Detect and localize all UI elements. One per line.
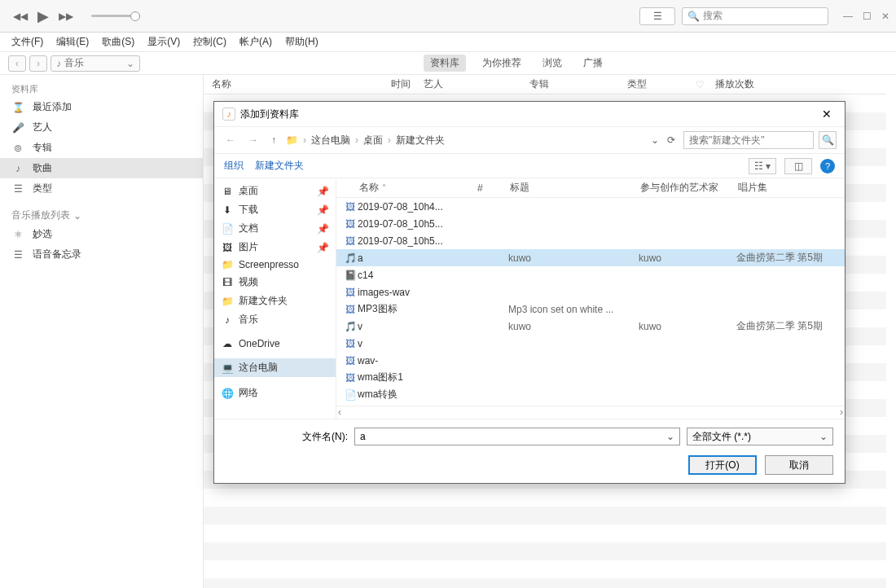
tree-item[interactable]: 🖥桌面📌 bbox=[214, 182, 336, 200]
tree-item[interactable]: 📁新建文件夹 bbox=[214, 292, 336, 310]
tree-item[interactable]: 💻这台电脑 bbox=[214, 358, 336, 377]
file-col-album[interactable]: 唱片集 bbox=[738, 181, 845, 195]
sidebar-item[interactable]: ☰类型 bbox=[0, 178, 203, 199]
tree-item[interactable]: 🖼图片📌 bbox=[214, 238, 336, 257]
tree-item[interactable]: 🎞视频 bbox=[214, 273, 336, 292]
scroll-right-icon[interactable]: › bbox=[840, 406, 843, 419]
sidebar-item[interactable]: ⊚专辑 bbox=[0, 138, 203, 158]
center-tab[interactable]: 资料库 bbox=[424, 55, 466, 72]
file-col-artist[interactable]: 参与创作的艺术家 bbox=[640, 181, 738, 195]
file-col-name[interactable]: 名称 bbox=[359, 181, 477, 195]
breadcrumb-item[interactable]: 这台电脑 bbox=[311, 134, 350, 147]
file-name: v bbox=[358, 321, 476, 332]
media-type-selector[interactable]: ♪ 音乐 ⌄ bbox=[51, 55, 140, 72]
dialog-search-go[interactable]: 🔍 bbox=[819, 131, 837, 149]
col-album[interactable]: 专辑 bbox=[529, 77, 627, 91]
file-filter-select[interactable]: 全部文件 (*.*) bbox=[687, 428, 833, 445]
file-row[interactable]: 📓c14 bbox=[336, 266, 845, 283]
tree-item[interactable]: 📄文档📌 bbox=[214, 219, 336, 238]
menu-item[interactable]: 帐户(A) bbox=[235, 33, 277, 50]
col-name[interactable]: 名称 bbox=[212, 77, 391, 91]
sidebar-item[interactable]: ⌛最近添加 bbox=[0, 97, 203, 117]
prev-button[interactable]: ◀◀ bbox=[13, 11, 28, 22]
pin-icon: 📌 bbox=[317, 242, 329, 253]
file-row[interactable]: 🖼v bbox=[336, 335, 845, 352]
dialog-close-button[interactable]: ✕ bbox=[817, 106, 837, 122]
file-col-title[interactable]: 标题 bbox=[510, 181, 640, 195]
open-button[interactable]: 打开(O) bbox=[688, 455, 757, 475]
atom-icon: ⚛ bbox=[11, 229, 24, 240]
dialog-back-button[interactable]: ← bbox=[222, 133, 239, 147]
menu-item[interactable]: 歌曲(S) bbox=[97, 33, 139, 50]
menu-item[interactable]: 显示(V) bbox=[143, 33, 185, 50]
filename-value: a bbox=[360, 431, 366, 442]
play-button[interactable]: ▶ bbox=[37, 7, 49, 25]
filename-input[interactable]: a bbox=[354, 428, 680, 445]
file-row[interactable]: 🖼2019-07-08_10h5... bbox=[336, 232, 845, 249]
file-row[interactable]: 🖼images-wav bbox=[336, 283, 845, 301]
close-window-button[interactable]: ✕ bbox=[881, 11, 889, 22]
file-row[interactable]: 🎵vkuwokuwo金曲捞第二季 第5期 bbox=[336, 318, 845, 335]
sidebar-item[interactable]: ♪歌曲 bbox=[0, 158, 203, 178]
breadcrumb-dropdown[interactable]: ⌄ bbox=[651, 134, 659, 146]
note-icon: ♪ bbox=[221, 314, 234, 326]
col-time[interactable]: 时间 bbox=[391, 77, 424, 91]
tree-item[interactable]: ♪音乐 bbox=[214, 310, 336, 329]
file-col-num[interactable]: # bbox=[477, 182, 510, 194]
preview-pane-button[interactable]: ◫ bbox=[784, 158, 812, 174]
minimize-button[interactable]: — bbox=[843, 11, 853, 22]
folder-icon: 📁 bbox=[286, 134, 298, 146]
heart-icon[interactable]: ♡ bbox=[696, 79, 715, 90]
new-folder-button[interactable]: 新建文件夹 bbox=[255, 159, 304, 173]
organize-button[interactable]: 组织 bbox=[224, 159, 244, 173]
col-artist[interactable]: 艺人 bbox=[424, 77, 529, 91]
sidebar-item[interactable]: 🎤艺人 bbox=[0, 117, 203, 138]
col-type[interactable]: 类型 bbox=[627, 77, 696, 91]
col-plays[interactable]: 播放次数 bbox=[715, 77, 754, 91]
file-list-panel: 名称 # 标题 参与创作的艺术家 唱片集 🖼2019-07-08_10h4...… bbox=[336, 178, 845, 419]
sidebar-section-playlists[interactable]: 音乐播放列表 ⌄ bbox=[0, 207, 203, 224]
file-row[interactable]: 📄wma转换 bbox=[336, 386, 845, 403]
center-tab[interactable]: 为你推荐 bbox=[477, 55, 526, 72]
list-view-toggle[interactable]: ☰ bbox=[639, 7, 675, 25]
view-mode-button[interactable]: ☷ ▾ bbox=[749, 158, 776, 174]
help-button[interactable]: ? bbox=[820, 159, 835, 173]
menu-item[interactable]: 控制(C) bbox=[188, 33, 231, 50]
folder-icon: 📁 bbox=[221, 259, 234, 270]
tree-item[interactable]: ⬇下载📌 bbox=[214, 200, 336, 219]
dialog-search-input[interactable] bbox=[683, 131, 814, 149]
next-button[interactable]: ▶▶ bbox=[59, 11, 73, 22]
breadcrumb-item[interactable]: 新建文件夹 bbox=[396, 134, 445, 147]
file-row[interactable]: 🖼MP3图标Mp3 icon set on white ... bbox=[336, 301, 845, 318]
file-row[interactable]: 🖼2019-07-08_10h5... bbox=[336, 215, 845, 232]
net-icon: 🌐 bbox=[221, 388, 234, 399]
tree-item[interactable]: 🌐网络 bbox=[214, 384, 336, 402]
sidebar-item[interactable]: ⚛妙选 bbox=[0, 224, 203, 244]
dialog-forward-button[interactable]: → bbox=[245, 133, 261, 147]
maximize-button[interactable]: ☐ bbox=[863, 11, 872, 22]
back-button[interactable]: ‹ bbox=[8, 55, 26, 72]
volume-slider[interactable] bbox=[91, 15, 140, 17]
scroll-left-icon[interactable]: ‹ bbox=[338, 406, 341, 419]
file-row[interactable]: 🖼wma图标1 bbox=[336, 369, 845, 386]
menu-item[interactable]: 编辑(E) bbox=[51, 33, 94, 50]
dialog-up-button[interactable]: ↑ bbox=[268, 133, 279, 147]
file-row[interactable]: 🖼wav- bbox=[336, 352, 845, 369]
menu-item[interactable]: 文件(F) bbox=[7, 33, 48, 50]
file-row[interactable]: 🖼2019-07-08_10h4... bbox=[336, 198, 845, 215]
tree-item[interactable]: ☁OneDrive bbox=[214, 336, 336, 352]
menu-item[interactable]: 帮助(H) bbox=[280, 33, 323, 50]
pin-icon: 📌 bbox=[317, 223, 329, 235]
forward-button[interactable]: › bbox=[29, 55, 47, 72]
search-input[interactable]: 🔍 搜索 bbox=[682, 7, 828, 25]
horizontal-scrollbar[interactable]: ‹ › bbox=[336, 406, 845, 419]
breadcrumb-item[interactable]: 桌面 bbox=[363, 134, 383, 147]
center-tab[interactable]: 广播 bbox=[578, 55, 608, 72]
sidebar-item[interactable]: ☰语音备忘录 bbox=[0, 244, 203, 265]
center-tab[interactable]: 浏览 bbox=[538, 55, 567, 72]
tree-item[interactable]: 📁Screenpresso bbox=[214, 257, 336, 273]
cancel-button[interactable]: 取消 bbox=[765, 455, 833, 475]
tree-item-label: Screenpresso bbox=[239, 259, 299, 270]
file-row[interactable]: 🎵akuwokuwo金曲捞第二季 第5期 bbox=[336, 249, 845, 266]
refresh-button[interactable]: ⟳ bbox=[664, 133, 679, 147]
